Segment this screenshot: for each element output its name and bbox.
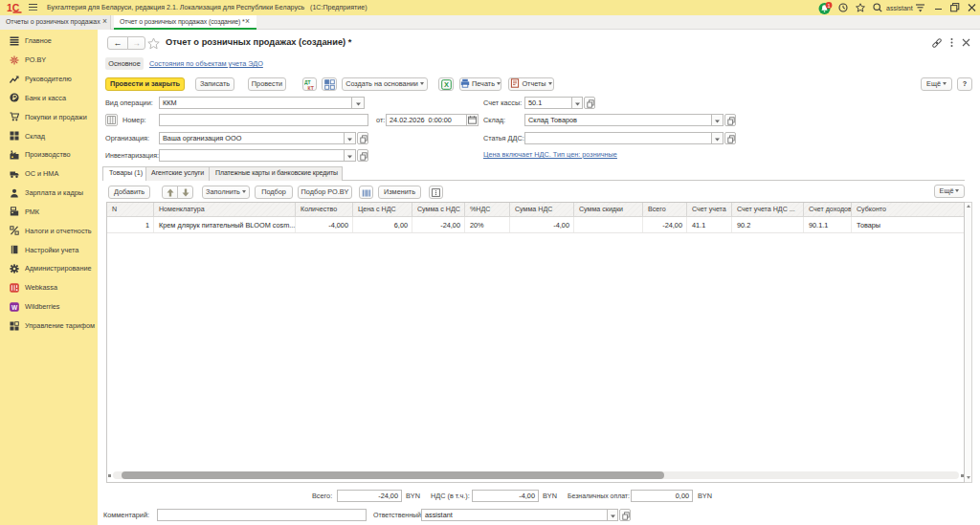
svg-text:1: 1	[827, 3, 830, 9]
svg-text:КТ: КТ	[308, 85, 314, 91]
svg-text:W: W	[11, 303, 18, 310]
svg-text:X: X	[443, 80, 448, 89]
